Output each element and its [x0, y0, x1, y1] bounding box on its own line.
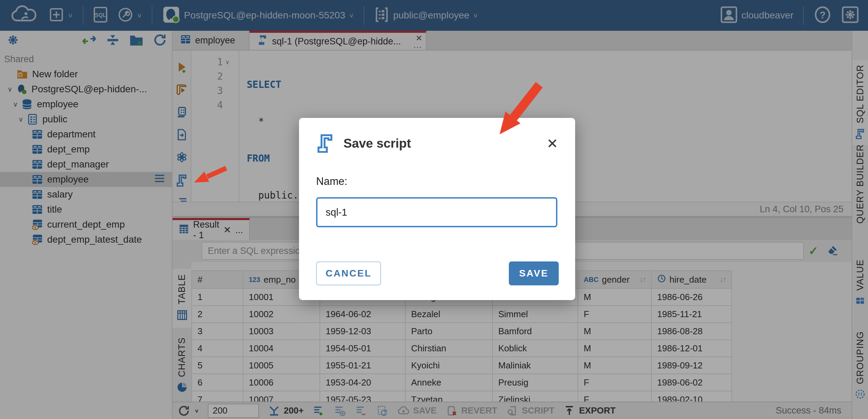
- cancel-button[interactable]: CANCEL: [316, 261, 381, 285]
- save-button[interactable]: SAVE: [509, 261, 559, 285]
- close-dialog-icon[interactable]: ✕: [546, 137, 558, 150]
- name-field-label: Name:: [316, 175, 575, 188]
- script-name-input[interactable]: [316, 197, 557, 227]
- dialog-actions: CANCEL SAVE: [316, 261, 559, 285]
- save-script-dialog: Save script ✕ Name: CANCEL SAVE: [299, 118, 575, 300]
- cloudbeaver-app: ∨ SQL ∨ PostgreSQL@ep-hidden-moon-55203 …: [0, 0, 868, 419]
- dialog-title: Save script: [343, 136, 411, 151]
- script-icon: [316, 133, 335, 154]
- dialog-header: Save script ✕: [299, 118, 575, 154]
